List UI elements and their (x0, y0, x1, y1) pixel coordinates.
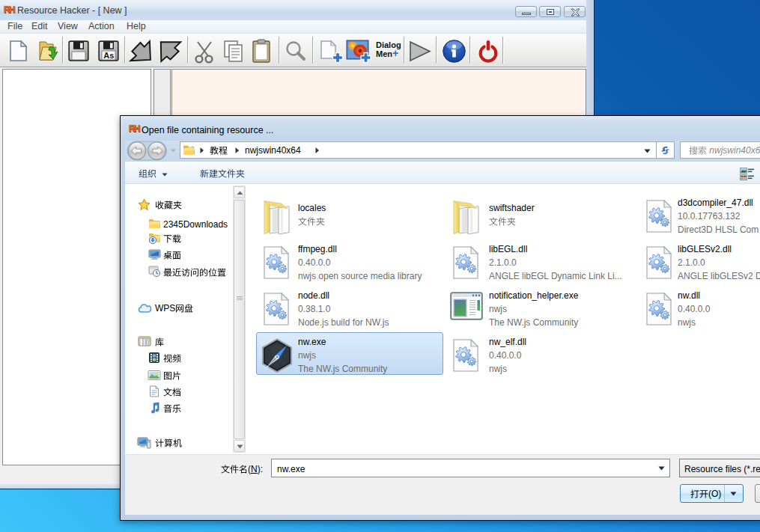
svg-text:As: As (103, 51, 114, 60)
